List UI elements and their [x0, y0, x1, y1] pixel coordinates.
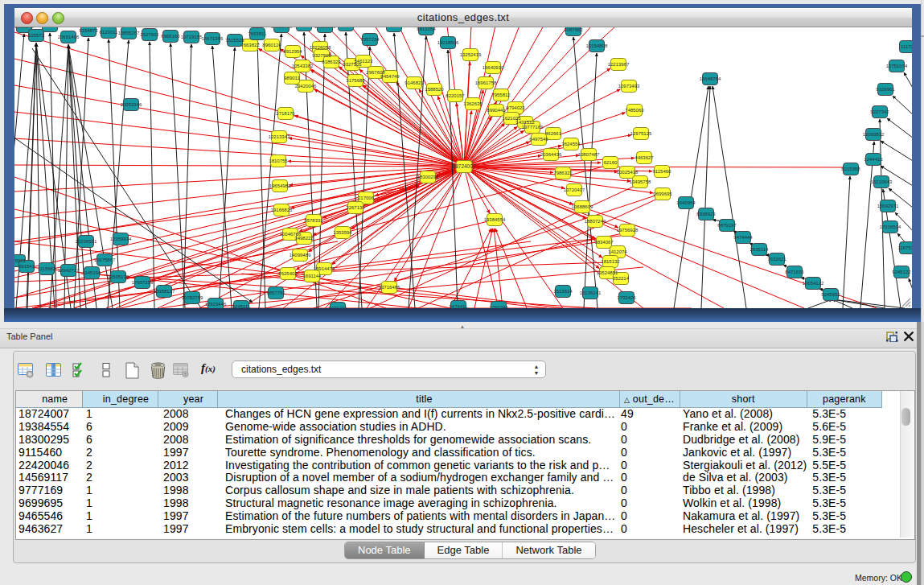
- svg-text:3498222: 3498222: [294, 236, 314, 241]
- svg-text:13495758: 13495758: [630, 179, 651, 184]
- svg-text:12213967: 12213967: [608, 62, 630, 67]
- svg-text:15692971: 15692971: [877, 204, 899, 208]
- svg-text:3175685: 3175685: [346, 78, 365, 83]
- svg-text:18807249: 18807249: [585, 219, 606, 224]
- svg-text:12213343: 12213343: [269, 134, 290, 139]
- svg-text:9327509: 9327509: [312, 53, 331, 58]
- svg-text:1513614: 1513614: [553, 289, 573, 294]
- svg-text:8454749: 8454749: [380, 74, 400, 79]
- svg-text:1353594: 1353594: [333, 230, 352, 235]
- svg-text:13252419: 13252419: [460, 52, 482, 57]
- svg-text:8220157: 8220157: [446, 93, 465, 98]
- svg-text:8215958: 8215958: [841, 167, 860, 171]
- svg-text:2718170: 2718170: [276, 111, 295, 116]
- svg-text:1815132: 1815132: [601, 259, 620, 264]
- svg-text:23420046: 23420046: [295, 84, 317, 89]
- svg-text:1167534: 1167534: [898, 245, 912, 250]
- svg-text:6879197: 6879197: [717, 223, 737, 228]
- svg-text:1145194: 1145194: [83, 270, 102, 275]
- svg-text:12359934: 12359934: [110, 237, 132, 241]
- svg-text:2935114: 2935114: [750, 247, 770, 252]
- svg-text:10688609: 10688609: [572, 204, 593, 209]
- svg-text:9146821: 9146821: [405, 80, 424, 85]
- svg-text:10154808: 10154808: [586, 43, 608, 48]
- svg-text:105572: 105572: [28, 33, 45, 38]
- svg-text:9474444: 9474444: [733, 235, 753, 240]
- svg-text:9115460: 9115460: [653, 169, 672, 174]
- svg-text:9227342: 9227342: [870, 109, 889, 114]
- svg-text:13720407: 13720407: [564, 187, 585, 192]
- svg-text:12942737: 12942737: [58, 268, 80, 273]
- svg-text:20206551: 20206551: [76, 239, 97, 244]
- svg-text:15136141: 15136141: [580, 290, 602, 295]
- svg-text:8186323: 8186323: [322, 60, 341, 64]
- svg-text:7663811: 7663811: [248, 31, 268, 36]
- svg-text:989011: 989011: [284, 76, 300, 80]
- svg-text:8912954: 8912954: [283, 49, 302, 54]
- svg-text:4463627: 4463627: [634, 155, 654, 160]
- svg-text:252214: 252214: [613, 276, 630, 281]
- svg-text:20691406: 20691406: [58, 35, 80, 39]
- svg-text:217006: 217006: [358, 196, 375, 200]
- svg-text:7485063: 7485063: [625, 108, 644, 113]
- svg-text:5461123: 5461123: [355, 59, 374, 64]
- svg-text:1244415: 1244415: [864, 157, 883, 162]
- svg-text:1810755: 1810755: [269, 159, 288, 163]
- svg-text:11172: 11172: [901, 44, 912, 49]
- svg-text:15914479: 15914479: [314, 266, 335, 271]
- svg-text:20053346: 20053346: [121, 102, 142, 107]
- svg-text:16782759: 16782759: [182, 295, 203, 300]
- svg-text:16640910: 16640910: [483, 65, 504, 70]
- svg-text:10654122: 10654122: [803, 281, 824, 286]
- svg-text:8938923: 8938923: [696, 212, 716, 216]
- svg-text:7625402: 7625402: [278, 271, 298, 276]
- svg-text:9329961: 9329961: [876, 87, 895, 92]
- svg-text:462661: 462661: [545, 131, 562, 136]
- svg-text:9857791: 9857791: [266, 290, 285, 295]
- svg-text:8123011: 8123011: [100, 30, 119, 35]
- svg-text:13524851: 13524851: [597, 270, 618, 275]
- svg-text:10807487: 10807487: [578, 152, 600, 157]
- svg-text:1691144: 1691144: [303, 274, 322, 278]
- svg-text:10958137: 10958137: [154, 289, 175, 294]
- svg-text:9834067: 9834067: [594, 240, 614, 245]
- svg-text:10719155: 10719155: [181, 35, 203, 39]
- svg-text:335001: 335001: [14, 258, 27, 263]
- svg-text:7663822: 7663822: [240, 43, 260, 47]
- svg-text:1640954: 1640954: [676, 200, 696, 205]
- svg-text:8990441: 8990441: [487, 108, 506, 113]
- svg-text:1527602: 1527602: [140, 32, 159, 37]
- svg-text:20364436: 20364436: [540, 152, 562, 157]
- svg-text:0699695: 0699695: [653, 192, 672, 196]
- svg-text:12093832: 12093832: [863, 132, 885, 137]
- svg-text:1362635: 1362635: [463, 101, 483, 106]
- svg-text:3624554: 3624554: [561, 142, 581, 146]
- svg-text:12975125: 12975125: [630, 131, 652, 136]
- svg-text:10543382: 10543382: [292, 64, 314, 68]
- svg-text:13716485: 13716485: [379, 285, 400, 290]
- svg-text:19756928: 19756928: [617, 228, 639, 233]
- svg-text:5578331: 5578331: [304, 218, 323, 223]
- svg-text:19218506: 19218506: [437, 40, 459, 45]
- svg-text:7515526: 7515526: [225, 38, 244, 43]
- svg-text:6966160: 6966160: [161, 34, 180, 39]
- svg-text:8471636: 8471636: [785, 270, 804, 274]
- svg-text:10855267: 10855267: [118, 31, 140, 35]
- svg-text:17016504: 17016504: [880, 225, 901, 229]
- svg-text:15751074: 15751074: [886, 64, 908, 68]
- svg-text:14099489: 14099489: [290, 253, 311, 257]
- svg-text:8960124: 8960124: [262, 43, 281, 47]
- svg-text:9154873: 9154873: [79, 28, 98, 33]
- svg-text:13226058: 13226058: [310, 45, 331, 50]
- svg-text:1733426: 1733426: [617, 295, 636, 300]
- svg-text:9794023: 9794023: [506, 105, 525, 110]
- svg-text:7357234: 7357234: [360, 37, 380, 42]
- svg-text:19166825: 19166825: [271, 208, 293, 212]
- svg-text:19777169: 19777169: [522, 125, 544, 130]
- svg-text:18724007: 18724007: [453, 163, 476, 169]
- svg-text:3267130: 3267130: [346, 205, 365, 210]
- svg-text:10973493: 10973493: [618, 84, 640, 89]
- svg-text:16671355: 16671355: [202, 36, 224, 41]
- svg-text:9245122: 9245122: [892, 270, 911, 274]
- svg-text:10025438: 10025438: [617, 170, 639, 175]
